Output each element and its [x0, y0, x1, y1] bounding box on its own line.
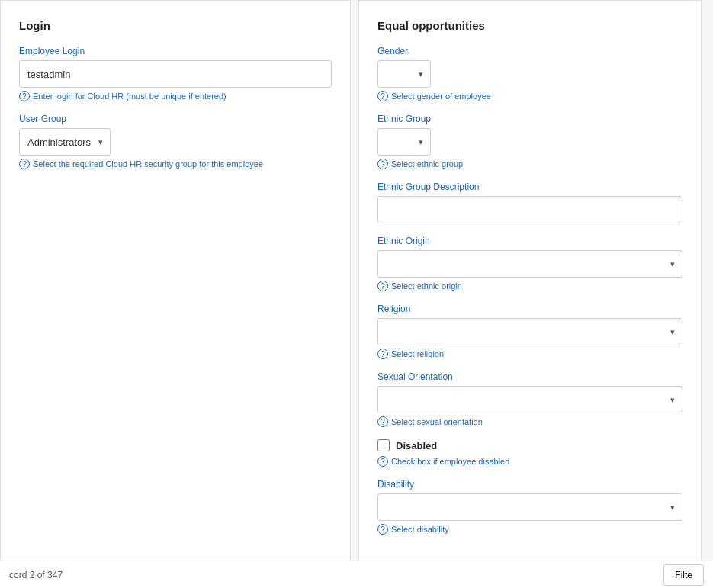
- ethnic-origin-hint-icon: ?: [377, 281, 388, 291]
- disability-hint-text: Select disability: [391, 525, 449, 534]
- employee-login-hint-text: Enter login for Cloud HR (must be unique…: [33, 92, 226, 101]
- religion-hint-text: Select religion: [391, 349, 444, 358]
- religion-field-group: Religion Christian Muslim Hindu Buddhist…: [377, 304, 682, 359]
- ethnic-origin-label: Ethnic Origin: [377, 236, 682, 246]
- page-container: Login Employee Login ? Enter login for C…: [0, 0, 713, 588]
- user-group-select[interactable]: Administrators Standard User Manager HR …: [19, 128, 111, 156]
- religion-hint: ? Select religion: [377, 349, 682, 359]
- employee-login-input[interactable]: [19, 60, 332, 88]
- gender-select[interactable]: Male Female Non-binary Prefer not to say: [377, 60, 431, 88]
- user-group-hint-text: Select the required Cloud HR security gr…: [33, 159, 263, 169]
- disability-select[interactable]: Physical Mental Sensory Other: [377, 493, 682, 521]
- ethnic-origin-hint: ? Select ethnic origin: [377, 281, 682, 291]
- disability-select-wrapper: Physical Mental Sensory Other ▾: [377, 493, 682, 521]
- disability-hint: ? Select disability: [377, 524, 682, 535]
- bottom-bar: cord 2 of 347 Filte: [0, 561, 713, 588]
- ethnic-origin-select[interactable]: British Irish African Caribbean Chinese …: [377, 250, 682, 278]
- ethnic-group-field-group: Ethnic Group Asian Black Mixed White Oth…: [377, 114, 682, 169]
- user-group-label: User Group: [19, 114, 332, 124]
- sexual-orientation-hint-icon: ?: [377, 416, 388, 427]
- disabled-hint-icon: ?: [377, 456, 388, 467]
- religion-hint-icon: ?: [377, 349, 388, 359]
- sexual-orientation-label: Sexual Orientation: [377, 371, 682, 382]
- user-group-hint: ? Select the required Cloud HR security …: [19, 159, 332, 169]
- disabled-checkbox[interactable]: [377, 439, 390, 451]
- ethnic-group-desc-label: Ethnic Group Description: [377, 182, 682, 192]
- gender-hint-text: Select gender of employee: [391, 92, 491, 101]
- user-group-select-wrapper: Administrators Standard User Manager HR …: [19, 128, 111, 156]
- ethnic-group-hint-icon: ?: [377, 159, 388, 169]
- user-group-hint-icon: ?: [19, 159, 30, 169]
- ethnic-group-hint-text: Select ethnic group: [391, 159, 463, 169]
- disabled-hint-text: Check box if employee disabled: [391, 457, 509, 466]
- disabled-label: Disabled: [396, 440, 437, 451]
- disability-label: Disability: [377, 479, 682, 490]
- religion-select-wrapper: Christian Muslim Hindu Buddhist Jewish S…: [377, 318, 682, 345]
- ethnic-origin-field-group: Ethnic Origin British Irish African Cari…: [377, 236, 682, 291]
- gender-label: Gender: [377, 46, 682, 56]
- sexual-orientation-hint: ? Select sexual orientation: [377, 416, 682, 427]
- ethnic-origin-hint-text: Select ethnic origin: [391, 281, 462, 291]
- ethnic-group-select-wrapper: Asian Black Mixed White Other ▾: [377, 128, 431, 156]
- gender-select-wrapper: Male Female Non-binary Prefer not to say…: [377, 60, 431, 88]
- ethnic-group-desc-field-group: Ethnic Group Description: [377, 182, 682, 223]
- religion-label: Religion: [377, 304, 682, 314]
- disability-hint-icon: ?: [377, 524, 388, 535]
- employee-login-group: Employee Login ? Enter login for Cloud H…: [19, 46, 332, 101]
- left-panel: Login Employee Login ? Enter login for C…: [0, 0, 351, 588]
- disabled-field-group: Disabled ? Check box if employee disable…: [377, 439, 682, 467]
- ethnic-origin-select-wrapper: British Irish African Caribbean Chinese …: [377, 250, 682, 278]
- record-info: cord 2 of 347: [9, 570, 63, 580]
- employee-login-hint: ? Enter login for Cloud HR (must be uniq…: [19, 91, 332, 101]
- hint-icon: ?: [19, 91, 30, 101]
- ethnic-group-desc-input[interactable]: [377, 196, 682, 223]
- left-panel-title: Login: [19, 19, 332, 32]
- gender-hint: ? Select gender of employee: [377, 91, 682, 101]
- user-group-field-group: User Group Administrators Standard User …: [19, 114, 332, 169]
- sexual-orientation-hint-text: Select sexual orientation: [391, 417, 483, 426]
- disabled-checkbox-row: Disabled: [377, 439, 682, 451]
- employee-login-label: Employee Login: [19, 46, 332, 56]
- filter-button[interactable]: Filte: [663, 564, 704, 586]
- sexual-orientation-field-group: Sexual Orientation Heterosexual Gay/Lesb…: [377, 371, 682, 427]
- gender-field-group: Gender Male Female Non-binary Prefer not…: [377, 46, 682, 101]
- right-panel: Equal opportunities Gender Male Female N…: [358, 0, 702, 588]
- sexual-orientation-select[interactable]: Heterosexual Gay/Lesbian Bisexual Prefer…: [377, 386, 682, 413]
- ethnic-group-label: Ethnic Group: [377, 114, 682, 124]
- ethnic-group-hint: ? Select ethnic group: [377, 159, 682, 169]
- disabled-hint: ? Check box if employee disabled: [377, 456, 682, 467]
- ethnic-group-select[interactable]: Asian Black Mixed White Other: [377, 128, 431, 156]
- religion-select[interactable]: Christian Muslim Hindu Buddhist Jewish S…: [377, 318, 682, 345]
- right-panel-title: Equal opportunities: [377, 19, 682, 32]
- gender-hint-icon: ?: [377, 91, 388, 101]
- disability-field-group: Disability Physical Mental Sensory Other…: [377, 479, 682, 535]
- sexual-orientation-select-wrapper: Heterosexual Gay/Lesbian Bisexual Prefer…: [377, 386, 682, 413]
